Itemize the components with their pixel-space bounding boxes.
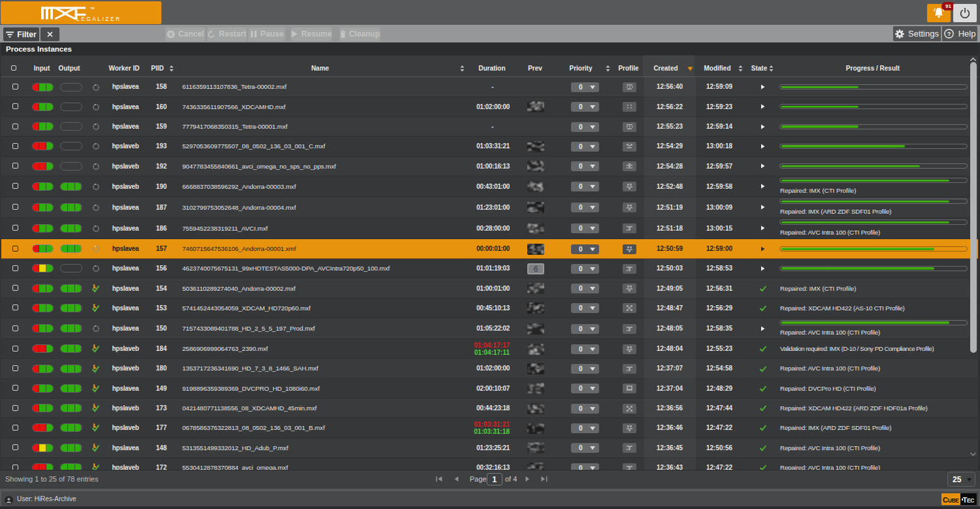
svg-text:6: 6 [534, 265, 538, 274]
svg-text:TM: TM [90, 7, 95, 10]
svg-text:LEGALIZER: LEGALIZER [76, 15, 122, 22]
svg-text:?: ? [947, 31, 951, 37]
